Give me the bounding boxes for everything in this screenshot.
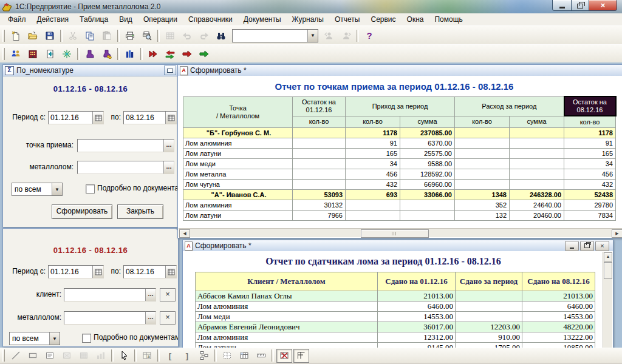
menu-help[interactable]: Помощь [429, 13, 468, 25]
cell-value[interactable] [346, 200, 400, 211]
menu-service[interactable]: Сервис [365, 13, 401, 25]
grid-dotted-icon[interactable] [219, 349, 235, 363]
point-input[interactable] [78, 140, 163, 152]
calendar-icon[interactable] [92, 112, 103, 124]
subcol-qty[interactable]: кол-во [293, 116, 346, 128]
cell-name[interactable]: Лом латуни [183, 149, 293, 159]
arrows-swap-icon[interactable] [162, 47, 178, 61]
scrollbar-thumb[interactable] [361, 229, 429, 238]
print-icon[interactable] [122, 29, 138, 42]
col-balance-end-selected-cell[interactable]: Остаток на 08.12.16 [564, 96, 616, 116]
cell-value[interactable]: 12203.00 [456, 322, 522, 332]
cell-name[interactable]: Аббасов Камил Панах Оглы [196, 291, 378, 302]
cell-value[interactable]: 66960.00 [400, 180, 455, 190]
subcol-qty[interactable]: кол-во [455, 116, 510, 128]
child-minimize-button[interactable] [565, 241, 579, 251]
browse-icon[interactable]: ... [145, 289, 156, 301]
cell-value[interactable] [455, 180, 510, 190]
ruler-tool-icon[interactable] [253, 349, 269, 363]
child-close-button[interactable]: × [595, 241, 609, 251]
cell-value[interactable]: 33066.00 [400, 190, 455, 200]
cell-value[interactable]: 91 [346, 138, 400, 149]
dropdown-icon[interactable]: ▼ [49, 332, 60, 345]
scroll-up-icon[interactable]: ▲ [604, 252, 612, 261]
fast-forward-red-icon[interactable] [145, 47, 161, 61]
cell-value[interactable]: 6460.00 [522, 302, 595, 312]
table-header-tool-icon[interactable] [236, 349, 252, 363]
col-1[interactable]: Сдано на 01.12.16 [378, 272, 456, 291]
period-to-input[interactable] [124, 112, 165, 124]
report-points-title-bar[interactable]: A Сформировать * [178, 65, 622, 76]
subcol-sum[interactable]: сумма [400, 116, 455, 128]
cell-value[interactable]: 237085.00 [400, 128, 455, 138]
cell-value[interactable] [456, 302, 522, 312]
period-to-input[interactable] [124, 266, 165, 278]
bracket-right-icon[interactable]: ] [179, 349, 195, 363]
menu-file[interactable]: Файл [2, 13, 32, 25]
cell-value[interactable] [455, 169, 510, 180]
child-restore-button[interactable] [580, 241, 594, 251]
cell-value[interactable]: 91 [564, 138, 616, 149]
cell-value[interactable]: 246328.00 [510, 190, 564, 200]
save-floppy-icon[interactable] [42, 29, 58, 42]
metal-input[interactable] [64, 312, 145, 324]
cell-value[interactable] [510, 128, 564, 138]
menu-windows[interactable]: Окна [402, 13, 429, 25]
cell-value[interactable] [293, 180, 346, 190]
toolbar-grip[interactable] [2, 30, 5, 42]
cell-value[interactable]: 1705.00 [456, 343, 522, 348]
cell-value[interactable]: 12312.00 [378, 332, 456, 343]
boot-coins-icon[interactable] [99, 47, 115, 61]
cell-value[interactable]: 25575.00 [400, 149, 455, 159]
cell-name[interactable]: Лом металла [183, 169, 293, 180]
copy-pages-icon[interactable] [82, 29, 98, 42]
toolbar-grip[interactable] [2, 48, 5, 60]
cell-value[interactable]: 20460.00 [510, 211, 564, 221]
cell-value[interactable]: 6370.00 [400, 138, 455, 149]
browse-icon[interactable]: ... [163, 161, 174, 174]
cell-value[interactable] [455, 138, 510, 149]
cell-value[interactable] [293, 149, 346, 159]
scroll-right-icon[interactable]: ▶ [612, 229, 622, 238]
find-binoculars-icon[interactable] [213, 29, 229, 42]
generate-button[interactable]: Сформировать [52, 204, 112, 219]
metal-input[interactable] [78, 161, 163, 174]
cell-value[interactable]: 1178 [564, 128, 616, 138]
menu-reports[interactable]: Отчеты [329, 13, 365, 25]
menu-references[interactable]: Справочники [183, 13, 238, 25]
browse-icon[interactable]: ... [145, 312, 156, 324]
cell-value[interactable]: 21013.00 [522, 291, 595, 302]
cell-name[interactable]: Лом латуни [196, 343, 378, 348]
panel-minimize-button[interactable] [164, 66, 176, 75]
building-icon[interactable] [25, 47, 41, 61]
col-point[interactable]: Точка/ Металлолом [183, 96, 293, 128]
rectangle-tool-icon[interactable] [25, 349, 41, 363]
cell-value[interactable] [400, 200, 455, 211]
cell-value[interactable] [400, 211, 455, 221]
cell-value[interactable] [510, 149, 564, 159]
cell-value[interactable]: 1348 [455, 190, 510, 200]
scope-select[interactable]: по всем ▼ [12, 183, 63, 196]
subcol-sum[interactable]: сумма [510, 116, 564, 128]
line-tool-icon[interactable] [8, 349, 24, 363]
menu-operations[interactable]: Операции [138, 13, 183, 25]
cell-value[interactable]: 53093 [293, 190, 346, 200]
cell-value[interactable] [293, 159, 346, 169]
cell-value[interactable]: 36017.00 [378, 322, 456, 332]
col-income[interactable]: Приход за период [346, 96, 455, 116]
cell-value[interactable]: 165 [346, 149, 400, 159]
print-preview-icon[interactable] [139, 29, 155, 42]
help-question-icon[interactable]: ? [361, 29, 377, 42]
cell-name[interactable]: Лом меди [183, 159, 293, 169]
calendar-icon[interactable] [92, 266, 103, 278]
col-3[interactable]: Сдано на 08.12.16 [522, 272, 595, 291]
cell-value[interactable] [293, 128, 346, 138]
cell-value[interactable]: 910.00 [456, 332, 522, 343]
detail-checkbox[interactable] [86, 184, 95, 194]
title-bar[interactable]: 1С:Предприятие - Прием металлолома 2.0 × [0, 0, 622, 14]
cell-value[interactable]: 48220.00 [522, 322, 595, 332]
cell-value[interactable]: 9588.00 [400, 159, 455, 169]
cell-name[interactable]: Лом алюминия [196, 332, 378, 343]
users-pair-icon[interactable] [8, 47, 24, 61]
cell-value[interactable]: 29780 [564, 200, 616, 211]
